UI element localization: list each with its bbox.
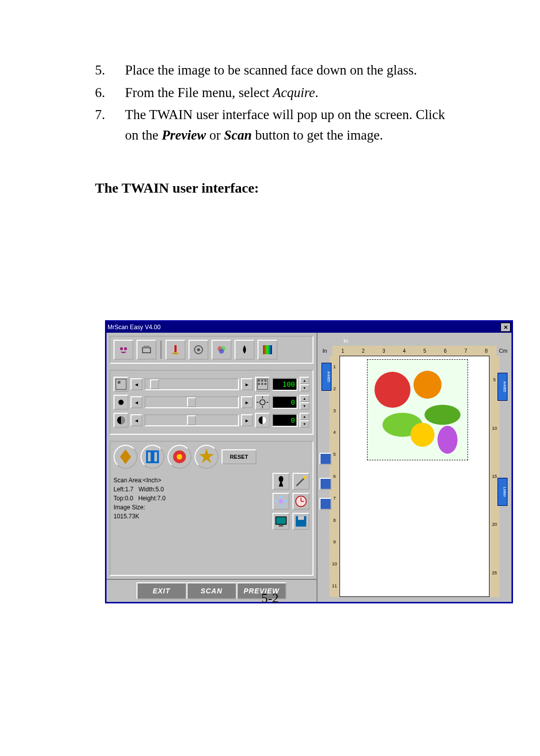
sliders-panel: ◄ ► 100 ▲▼ ◄ ► 0 ▲▼ — [110, 370, 314, 435]
svg-rect-17 — [264, 380, 266, 382]
droplet-icon[interactable] — [234, 340, 254, 360]
unit-in-label-left: In — [322, 348, 327, 354]
resolution-slider[interactable] — [144, 378, 239, 390]
spin-down-button[interactable]: ▼ — [300, 420, 310, 428]
spin-down-button[interactable]: ▼ — [300, 384, 310, 392]
svg-rect-5 — [172, 353, 178, 354]
slider-right-button[interactable]: ► — [241, 396, 253, 408]
unit-cm-label: Cm — [499, 348, 508, 354]
preview-area[interactable] — [340, 356, 490, 597]
slider-left-button[interactable]: ◄ — [130, 396, 142, 408]
tools-panel: RESET Scan Area:<Inch> Left:1.7 Width:5.… — [110, 441, 314, 576]
scan-type-icon[interactable] — [166, 340, 186, 360]
slider-left-button[interactable]: ◄ — [130, 378, 142, 390]
slider-left-button[interactable]: ◄ — [130, 414, 142, 426]
brightness-slider-row: ◄ ► 0 ▲▼ — [114, 395, 310, 410]
svg-point-21 — [118, 400, 124, 405]
svg-point-48 — [424, 405, 460, 425]
svg-point-32 — [304, 476, 306, 479]
svg-point-22 — [260, 400, 265, 405]
svg-rect-41 — [276, 517, 286, 524]
spin-down-button[interactable]: ▼ — [300, 402, 310, 410]
step-text: Place the image to be scanned face down … — [125, 60, 445, 81]
paper-tag-a4b5-left[interactable]: A4/B5 — [322, 363, 332, 391]
spin-up-button[interactable]: ▲ — [300, 413, 310, 420]
gradient-icon[interactable] — [258, 340, 278, 360]
svg-rect-42 — [279, 525, 284, 527]
paper-tag-letter[interactable]: Letter — [498, 478, 508, 506]
svg-point-10 — [219, 349, 224, 354]
contrast-slider-row: ◄ ► 0 ▲▼ — [114, 413, 310, 428]
spin-up-button[interactable]: ▲ — [300, 395, 310, 402]
brightness-high-icon — [255, 395, 270, 410]
scan-area-info: Scan Area:<Inch> Left:1.7 Width:5.0 Top:… — [114, 476, 166, 530]
twain-window: MrScan Easy V4.00 ✕ — [105, 320, 513, 603]
resolution-high-icon — [255, 377, 270, 392]
clock-icon[interactable] — [292, 493, 310, 510]
svg-point-51 — [438, 426, 458, 454]
step-number: 6. — [95, 83, 125, 103]
selection-box[interactable] — [367, 359, 468, 460]
svg-line-31 — [296, 478, 304, 486]
settings-icon[interactable] — [188, 340, 208, 360]
auto-icon[interactable] — [194, 445, 218, 469]
svg-rect-12 — [116, 379, 126, 390]
step-text: The TWAIN user interface will pop up on … — [125, 105, 445, 145]
svg-rect-44 — [298, 516, 304, 520]
descreen-icon[interactable] — [168, 445, 192, 469]
close-button[interactable]: ✕ — [500, 323, 510, 332]
zoom-icon[interactable] — [320, 453, 332, 465]
svg-rect-3 — [144, 346, 150, 348]
paper-tag-a4b5-right[interactable]: A4/B5 — [498, 373, 508, 401]
svg-rect-18 — [258, 383, 260, 385]
rotate-icon[interactable] — [320, 498, 332, 510]
slider-right-button[interactable]: ► — [241, 378, 253, 390]
svg-point-50 — [410, 423, 434, 447]
invert-icon[interactable] — [114, 445, 138, 469]
slider-right-button[interactable]: ► — [241, 414, 253, 426]
contrast-slider[interactable] — [144, 414, 239, 426]
resolution-low-icon — [114, 377, 128, 392]
flower-icon[interactable] — [272, 493, 290, 510]
svg-point-33 — [279, 499, 284, 504]
ruler-top: 12345678 — [332, 346, 496, 356]
contrast-low-icon — [114, 413, 128, 428]
ruler-left: 1234567891011 — [330, 356, 340, 597]
svg-rect-11 — [263, 345, 272, 354]
monitor-icon[interactable] — [272, 513, 290, 530]
mirror-icon[interactable] — [140, 445, 164, 469]
step-number: 7. — [95, 105, 125, 145]
svg-point-7 — [197, 348, 200, 351]
svg-point-1 — [124, 347, 127, 350]
resolution-value: 100 — [272, 378, 298, 391]
spin-up-button[interactable]: ▲ — [300, 377, 310, 384]
brightness-slider[interactable] — [144, 396, 239, 408]
fit-icon[interactable] — [320, 478, 332, 490]
title-bar[interactable]: MrScan Easy V4.00 ✕ — [106, 322, 512, 333]
svg-point-30 — [177, 454, 182, 460]
brightness-value: 0 — [272, 396, 298, 409]
svg-point-47 — [414, 371, 442, 399]
close-icon: ✕ — [504, 324, 508, 331]
owl-icon[interactable] — [114, 340, 134, 360]
toolbar-panel — [110, 336, 314, 364]
brightness-low-icon — [114, 395, 128, 410]
svg-rect-19 — [261, 383, 263, 385]
magic-wand-icon[interactable] — [292, 473, 310, 490]
svg-point-36 — [275, 500, 278, 503]
preview-panel: In 12345678 In Cm 1234567891011 51015202… — [318, 333, 512, 602]
disk-icon[interactable] — [292, 513, 310, 530]
resolution-slider-row: ◄ ► 100 ▲▼ — [114, 377, 310, 392]
svg-rect-16 — [261, 380, 263, 382]
contrast-value: 0 — [272, 414, 298, 427]
page-number: 5-2 — [0, 591, 540, 606]
scanner-icon[interactable] — [136, 340, 156, 360]
reset-button[interactable]: RESET — [222, 449, 256, 464]
control-panel: ◄ ► 100 ▲▼ ◄ ► 0 ▲▼ — [106, 333, 318, 602]
svg-point-46 — [374, 372, 410, 408]
window-title: MrScan Easy V4.00 — [108, 324, 160, 331]
svg-rect-2 — [142, 348, 150, 353]
silhouette-icon[interactable] — [272, 473, 290, 490]
instruction-list: 5. Place the image to be scanned face do… — [95, 60, 445, 145]
color-settings-icon[interactable] — [212, 340, 232, 360]
